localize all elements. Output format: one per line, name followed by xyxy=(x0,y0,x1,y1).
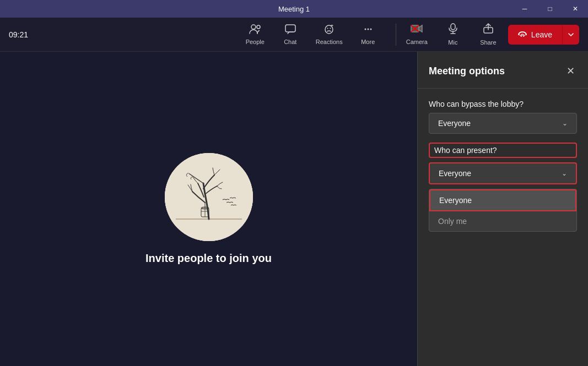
video-area: Invite people to join you xyxy=(0,52,417,366)
options-close-button[interactable]: ✕ xyxy=(564,63,577,79)
leave-button[interactable]: Leave xyxy=(508,25,562,45)
reactions-button[interactable]: Reactions xyxy=(309,19,349,50)
mic-icon xyxy=(448,23,458,37)
chat-button[interactable]: Chat xyxy=(274,19,307,50)
people-label: People xyxy=(246,39,265,45)
svg-point-0 xyxy=(251,25,256,29)
options-title: Meeting options xyxy=(429,65,505,77)
mic-label: Mic xyxy=(448,39,457,46)
people-button[interactable]: People xyxy=(239,19,272,50)
toolbar-right: Camera Mic Share xyxy=(401,19,579,50)
reactions-label: Reactions xyxy=(316,39,343,45)
toolbar: 09:21 People Chat xyxy=(0,18,588,52)
svg-point-7 xyxy=(370,29,371,30)
chat-label: Chat xyxy=(284,39,296,45)
camera-button[interactable]: Camera xyxy=(401,19,433,50)
lobby-chevron-icon: ⌄ xyxy=(562,119,568,127)
more-icon xyxy=(362,24,374,36)
window-title: Meeting 1 xyxy=(278,5,310,13)
svg-point-4 xyxy=(330,28,331,29)
present-option-only-me-label: Only me xyxy=(438,217,467,226)
avatar-circle xyxy=(165,153,253,241)
options-panel: Meeting options ✕ Who can bypass the lob… xyxy=(417,52,588,366)
present-label: Who can present? xyxy=(429,143,577,158)
minimize-button[interactable]: ─ xyxy=(512,0,537,18)
maximize-button[interactable]: □ xyxy=(537,0,563,18)
toolbar-divider xyxy=(396,24,396,46)
svg-point-5 xyxy=(364,29,366,30)
window-controls: ─ □ ✕ xyxy=(512,0,588,18)
share-label: Share xyxy=(480,39,496,46)
svg-rect-11 xyxy=(451,24,455,30)
chat-icon xyxy=(284,24,296,36)
reactions-icon xyxy=(323,24,335,36)
phone-icon xyxy=(518,31,527,38)
people-icon xyxy=(249,24,261,36)
mic-button[interactable]: Mic xyxy=(438,19,468,50)
lobby-value: Everyone xyxy=(438,119,471,128)
present-value: Everyone xyxy=(439,169,471,178)
options-close-icon: ✕ xyxy=(567,65,575,77)
svg-rect-15 xyxy=(165,153,253,241)
invite-text: Invite people to join you xyxy=(145,252,272,265)
main-content: Invite people to join you Meeting option… xyxy=(0,52,588,366)
toolbar-center: People Chat Reactions xyxy=(239,19,385,50)
present-dropdown-list: Everyone Only me xyxy=(429,189,577,232)
avatar-art xyxy=(165,153,253,241)
leave-label: Leave xyxy=(531,30,552,39)
lobby-option-group: Who can bypass the lobby? Everyone ⌄ xyxy=(429,100,577,134)
present-option-everyone-label: Everyone xyxy=(439,196,472,205)
svg-rect-2 xyxy=(285,25,295,32)
present-option-everyone[interactable]: Everyone xyxy=(429,189,576,211)
title-bar: Meeting 1 ─ □ ✕ xyxy=(0,0,588,18)
camera-icon xyxy=(411,24,423,36)
svg-point-6 xyxy=(367,29,369,30)
present-option-group: Who can present? Everyone ⌄ Everyone Onl… xyxy=(429,143,577,232)
lobby-dropdown[interactable]: Everyone ⌄ xyxy=(429,113,577,134)
clock: 09:21 xyxy=(9,30,28,39)
close-button[interactable]: ✕ xyxy=(563,0,588,18)
lobby-label: Who can bypass the lobby? xyxy=(429,100,577,108)
svg-point-3 xyxy=(327,28,328,29)
options-header: Meeting options ✕ xyxy=(418,52,588,89)
more-label: More xyxy=(361,39,375,45)
more-button[interactable]: More xyxy=(352,19,385,50)
leave-chevron-icon xyxy=(568,32,574,37)
leave-btn-group: Leave xyxy=(508,25,579,45)
leave-dropdown-button[interactable] xyxy=(562,25,579,45)
options-body: Who can bypass the lobby? Everyone ⌄ Who… xyxy=(418,89,588,243)
present-dropdown[interactable]: Everyone ⌄ xyxy=(429,162,577,184)
camera-label: Camera xyxy=(406,39,428,45)
tree-artwork xyxy=(165,153,253,241)
share-icon xyxy=(483,23,494,37)
present-option-only-me[interactable]: Only me xyxy=(429,211,576,231)
share-button[interactable]: Share xyxy=(473,19,504,50)
present-chevron-icon: ⌄ xyxy=(562,170,567,177)
svg-point-1 xyxy=(257,25,260,29)
